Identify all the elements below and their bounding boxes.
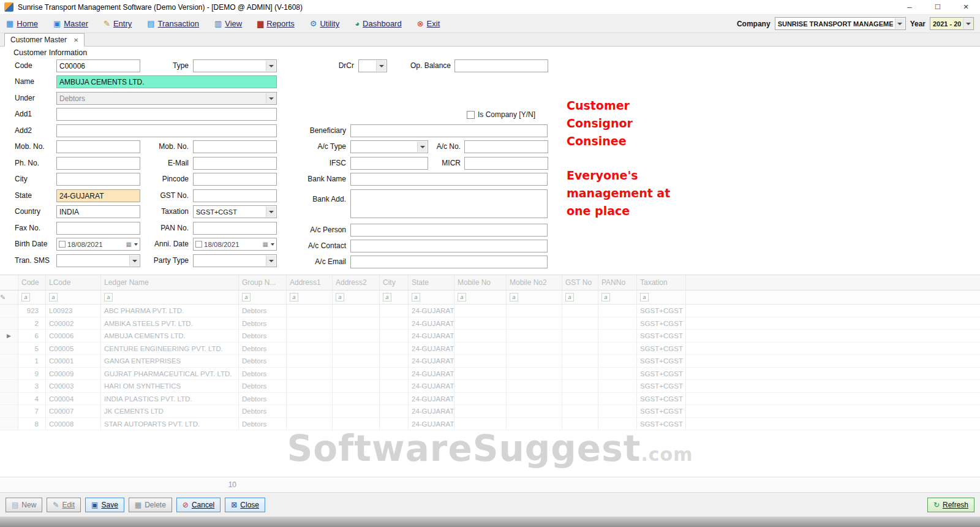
grid-header-state[interactable]: State	[409, 275, 454, 290]
op-balance-input[interactable]	[454, 59, 548, 72]
filter-edit-icon[interactable]: a	[601, 293, 610, 301]
menu-entry[interactable]: ✎ Entry	[104, 19, 132, 28]
grid-header-mobile-no[interactable]: Mobile No	[454, 275, 507, 290]
menu-master[interactable]: ▣ Master	[53, 19, 88, 28]
filter-edit-icon[interactable]: a	[290, 293, 298, 301]
city-input[interactable]	[56, 173, 140, 186]
drcr-select[interactable]	[358, 59, 387, 72]
menu-reports[interactable]: ▆ Reports	[257, 19, 295, 28]
table-row[interactable]: 4 C00004 INDIA PLASTICS PVT. LTD. Debtor…	[0, 393, 980, 406]
state-input[interactable]	[56, 189, 140, 202]
table-row[interactable]: 3 C00003 HARI OM SYNTHETICS Debtors 24-G…	[0, 380, 980, 393]
edit-button[interactable]: ✎ Edit	[47, 498, 81, 512]
birth-date-checkbox[interactable]	[59, 241, 66, 248]
tab-customer-master[interactable]: Customer Master ✕	[4, 33, 85, 47]
ac-email-input[interactable]	[350, 256, 548, 268]
ac-contact-input[interactable]	[350, 240, 548, 252]
code-input[interactable]	[56, 59, 140, 72]
delete-button[interactable]: ▦ Delete	[129, 498, 172, 512]
chevron-down-icon[interactable]	[266, 256, 276, 266]
new-button[interactable]: ▤ New	[6, 498, 42, 512]
minimize-button[interactable]: ─	[895, 0, 924, 14]
refresh-button[interactable]: ↻ Refresh	[927, 498, 974, 512]
filter-edit-icon[interactable]: a	[383, 293, 391, 301]
type-select[interactable]	[193, 59, 277, 72]
filter-edit-icon[interactable]: a	[412, 293, 420, 301]
filter-edit-icon[interactable]: a	[565, 293, 574, 301]
table-row[interactable]: 8 C00008 STAR AUTOPARTS PVT. LTD. Debtor…	[0, 418, 980, 431]
filter-edit-icon[interactable]: a	[458, 293, 466, 301]
menu-view[interactable]: ▥ View	[214, 19, 242, 28]
filter-edit-icon[interactable]: a	[49, 293, 58, 301]
menu-home[interactable]: ▦ Home	[6, 19, 38, 28]
chevron-down-icon[interactable]	[266, 61, 276, 71]
table-row[interactable]: ▶ 6 C00006 AMBUJA CEMENTS LTD. Debtors 2…	[0, 330, 980, 343]
chevron-down-icon[interactable]	[895, 18, 905, 29]
filter-edit-icon[interactable]: a	[104, 293, 113, 301]
fax-no-input[interactable]	[56, 222, 140, 235]
is-company-checkbox[interactable]	[467, 111, 475, 119]
filter-edit-icon[interactable]: a	[21, 293, 30, 301]
save-button[interactable]: ▣ Save	[85, 498, 124, 512]
grid-header-group-name[interactable]: Group N...	[239, 275, 287, 290]
mob-no2-input[interactable]	[193, 140, 277, 153]
anni-date-checkbox[interactable]	[195, 241, 202, 248]
add2-input[interactable]	[56, 124, 277, 137]
ac-person-input[interactable]	[350, 224, 548, 237]
company-select[interactable]: SUNRISE TRANSPORT MANAGEMENT	[775, 17, 906, 30]
pincode-input[interactable]	[193, 173, 277, 186]
table-row[interactable]: 2 C00002 AMBIKA STEELS PVT. LTD. Debtors…	[0, 317, 980, 330]
tab-close-icon[interactable]: ✕	[74, 37, 78, 44]
table-row[interactable]: 7 C00007 JK CEMENTS LTD Debtors 24-GUJAR…	[0, 405, 980, 418]
birth-date-picker[interactable]: 18/08/2021 ▦	[56, 238, 140, 251]
menu-dashboard[interactable]: ◕ Dashboard	[355, 19, 401, 28]
bank-add-textarea[interactable]	[350, 189, 548, 218]
table-row[interactable]: 923 L00923 ABC PHARMA PVT. LTD. Debtors …	[0, 305, 980, 317]
ac-type-select[interactable]	[350, 140, 428, 153]
grid-header-ledger-name[interactable]: Ledger Name	[101, 275, 239, 290]
gst-no-input[interactable]	[193, 189, 277, 202]
menu-transaction[interactable]: ▤ Transaction	[147, 19, 199, 28]
mob-no1-input[interactable]	[56, 140, 140, 153]
taxation-select[interactable]: SGST+CGST	[193, 205, 277, 218]
grid-header-panno[interactable]: PANNo	[598, 275, 637, 290]
menu-exit[interactable]: ⊗ Exit	[417, 19, 440, 28]
year-select[interactable]: 2021 - 2022	[930, 17, 974, 30]
table-row[interactable]: 5 C00005 CENTURE ENGINEERING PVT. LTD. D…	[0, 343, 980, 355]
filter-edit-icon[interactable]: a	[336, 293, 344, 301]
maximize-button[interactable]: ☐	[924, 0, 952, 14]
bank-name-input[interactable]	[350, 173, 548, 186]
name-input[interactable]	[56, 75, 277, 88]
is-company-checkbox-row[interactable]: Is Company [Y/N]	[467, 110, 535, 119]
grid-header-lcode[interactable]: LCode	[46, 275, 101, 290]
grid-header-gst-no[interactable]: GST No	[562, 275, 598, 290]
calendar-icon[interactable]: ▦	[126, 241, 132, 248]
beneficiary-input[interactable]	[350, 124, 548, 137]
email-input[interactable]	[193, 157, 277, 170]
close-button[interactable]: ✕	[952, 0, 980, 14]
chevron-down-icon[interactable]	[266, 207, 276, 217]
table-row[interactable]: 9 C00009 GUJRAT PHARMACEUTICAL PVT. LTD.…	[0, 368, 980, 381]
filter-edit-icon[interactable]: a	[242, 293, 251, 301]
grid-header-city[interactable]: City	[380, 275, 409, 290]
chevron-down-icon[interactable]	[134, 243, 138, 246]
table-row[interactable]: 1 C00001 GANGA ENTERPRISES Debtors 24-GU…	[0, 355, 980, 368]
pan-no-input[interactable]	[193, 222, 277, 235]
filter-edit-icon[interactable]: a	[510, 293, 518, 301]
grid-header-code[interactable]: Code	[18, 275, 46, 290]
grid-header-address1[interactable]: Address1	[287, 275, 333, 290]
close-button-footer[interactable]: ⊠ Close	[225, 498, 265, 512]
chevron-down-icon[interactable]	[129, 256, 139, 266]
ph-no-input[interactable]	[56, 157, 140, 170]
micr-input[interactable]	[464, 157, 548, 170]
calendar-icon[interactable]: ▦	[263, 241, 268, 248]
grid-header-mobile-no2[interactable]: Mobile No2	[507, 275, 562, 290]
party-type-select[interactable]	[193, 254, 277, 267]
grid-header-address2[interactable]: Address2	[333, 275, 380, 290]
chevron-down-icon[interactable]	[376, 61, 386, 71]
menu-utility[interactable]: ⚙ Utility	[310, 19, 339, 28]
filter-edit-icon[interactable]: a	[640, 293, 649, 301]
chevron-down-icon[interactable]	[963, 18, 973, 29]
ifsc-input[interactable]	[350, 157, 428, 170]
ac-no-input[interactable]	[464, 140, 548, 153]
